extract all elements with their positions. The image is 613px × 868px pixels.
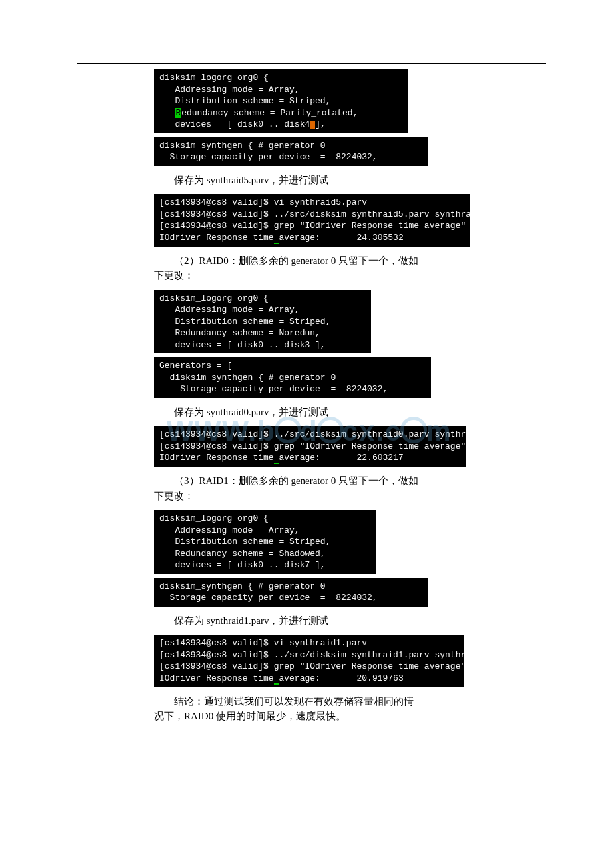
para-raid0-line2: 下更改： bbox=[154, 268, 526, 283]
terminal-logorg-raid5: disksim_logorg org0 { Addressing mode = … bbox=[154, 69, 408, 133]
para-save-raid5: 保存为 synthraid5.parv，并进行测试 bbox=[77, 173, 546, 188]
document-page: WWW.bdcx.cm disksim_logorg org0 { Addres… bbox=[0, 0, 613, 868]
para-save-raid0: 保存为 synthraid0.parv，并进行测试 bbox=[77, 405, 546, 420]
code-group-raid5: disksim_logorg org0 { Addressing mode = … bbox=[154, 69, 546, 166]
code-group-raid0: disksim_logorg org0 { Addressing mode = … bbox=[154, 290, 546, 398]
para-raid1-line1: （3）RAID1：删除多余的 generator 0 只留下一个，做如 bbox=[154, 473, 526, 489]
para-raid0-line1: （2）RAID0：删除多余的 generator 0 只留下一个，做如 bbox=[154, 253, 526, 269]
terminal-output-raid5-wrap: [cs143934@cs8 valid]$ vi synthraid5.parv… bbox=[154, 194, 546, 246]
terminal-logorg-raid1: disksim_logorg org0 { Addressing mode = … bbox=[154, 510, 376, 574]
terminal-synthgen-raid1: disksim_synthgen { # generator 0 Storage… bbox=[154, 578, 428, 607]
terminal-synthgen-raid5: disksim_synthgen { # generator 0 Storage… bbox=[154, 137, 428, 166]
para-conclusion-line2: 况下，RAID0 使用的时间最少，速度最快。 bbox=[154, 709, 526, 724]
terminal-output-raid5: [cs143934@cs8 valid]$ vi synthraid5.parv… bbox=[154, 194, 470, 246]
para-conclusion: 结论：通过测试我们可以发现在有效存储容量相同的情 况下，RAID0 使用的时间最… bbox=[154, 694, 526, 724]
code-group-raid1: disksim_logorg org0 { Addressing mode = … bbox=[154, 510, 546, 607]
terminal-output-raid0: [cs143934@cs8 valid]$ ../src/disksim syn… bbox=[154, 426, 466, 467]
terminal-output-raid0-wrap: [cs143934@cs8 valid]$ ../src/disksim syn… bbox=[154, 426, 546, 467]
terminal-logorg-raid0: disksim_logorg org0 { Addressing mode = … bbox=[154, 290, 371, 354]
terminal-output-raid1: [cs143934@cs8 valid]$ vi synthraid1.parv… bbox=[154, 635, 464, 687]
para-raid1-intro: （3）RAID1：删除多余的 generator 0 只留下一个，做如 下更改： bbox=[154, 473, 526, 503]
para-raid0-intro: （2）RAID0：删除多余的 generator 0 只留下一个，做如 下更改： bbox=[154, 253, 526, 283]
para-conclusion-line1: 结论：通过测试我们可以发现在有效存储容量相同的情 bbox=[154, 694, 526, 709]
para-save-raid1: 保存为 synthraid1.parv，并进行测试 bbox=[77, 613, 546, 629]
para-raid1-line2: 下更改： bbox=[154, 489, 526, 504]
terminal-synthgen-raid0: Generators = [ disksim_synthgen { # gene… bbox=[154, 357, 431, 398]
terminal-output-raid1-wrap: [cs143934@cs8 valid]$ vi synthraid1.parv… bbox=[154, 635, 546, 687]
content-frame: disksim_logorg org0 { Addressing mode = … bbox=[77, 63, 546, 739]
